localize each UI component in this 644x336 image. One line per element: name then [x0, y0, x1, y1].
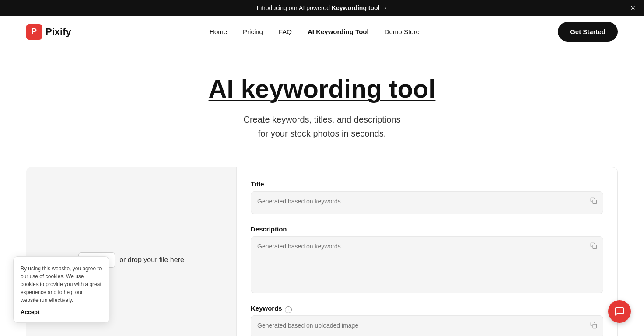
keywords-copy-button[interactable]: [589, 321, 598, 331]
cookie-text: By using this website, you agree to our …: [21, 265, 102, 304]
hero-title: AI keywording tool: [9, 74, 635, 104]
cookie-accept-button[interactable]: Accept: [21, 309, 39, 315]
announcement-text: Introducing our AI powered Keywording to…: [257, 4, 388, 11]
nav-right: Get Started: [558, 22, 618, 42]
title-copy-button[interactable]: [589, 196, 598, 207]
description-copy-button[interactable]: [589, 242, 598, 252]
logo-icon: P: [26, 24, 42, 40]
svg-rect-0: [593, 200, 597, 204]
logo[interactable]: P Pixify: [26, 24, 71, 40]
announcement-link[interactable]: Keywording tool →: [332, 4, 388, 11]
nav-links: Home Pricing FAQ AI Keywording Tool Demo…: [210, 28, 420, 36]
chat-button[interactable]: [608, 300, 631, 323]
results-panel: Title Description: [236, 167, 618, 336]
description-label: Description: [251, 225, 603, 233]
keywords-wrapper: [251, 315, 603, 336]
nav-item-faq[interactable]: FAQ: [279, 28, 292, 35]
title-input[interactable]: [251, 191, 603, 214]
svg-rect-1: [593, 245, 597, 249]
title-label: Title: [251, 180, 603, 188]
chat-icon: [614, 306, 625, 317]
description-wrapper: [251, 236, 603, 295]
title-wrapper: [251, 191, 603, 216]
keywords-info-icon[interactable]: i: [285, 306, 292, 313]
description-input[interactable]: [251, 236, 603, 293]
title-field-group: Title: [251, 180, 603, 216]
nav-item-pricing[interactable]: Pricing: [243, 28, 263, 35]
get-started-button[interactable]: Get Started: [558, 22, 618, 42]
main-nav: P Pixify Home Pricing FAQ AI Keywording …: [0, 16, 644, 48]
announcement-close-button[interactable]: ×: [630, 4, 635, 12]
nav-item-home[interactable]: Home: [210, 28, 227, 35]
tool-area: Browse or drop your file here Title Desc…: [26, 167, 618, 336]
logo-name: Pixify: [46, 26, 71, 38]
keywords-input[interactable]: [251, 315, 603, 336]
announcement-bar: Introducing our AI powered Keywording to…: [0, 0, 644, 16]
svg-rect-2: [593, 324, 597, 328]
nav-item-ai-keywording[interactable]: AI Keywording Tool: [308, 28, 369, 35]
keywords-label: Keywords: [251, 304, 282, 312]
nav-item-demo-store[interactable]: Demo Store: [385, 28, 420, 35]
drop-text: or drop your file here: [119, 256, 184, 264]
hero-section: AI keywording tool Create keywords, titl…: [0, 48, 644, 158]
keywords-field-group: Keywords i: [251, 304, 603, 336]
description-field-group: Description: [251, 225, 603, 295]
hero-subtitle: Create keywords, titles, and description…: [9, 112, 635, 140]
keywords-label-row: Keywords i: [251, 304, 603, 315]
cookie-banner: By using this website, you agree to our …: [13, 256, 109, 323]
